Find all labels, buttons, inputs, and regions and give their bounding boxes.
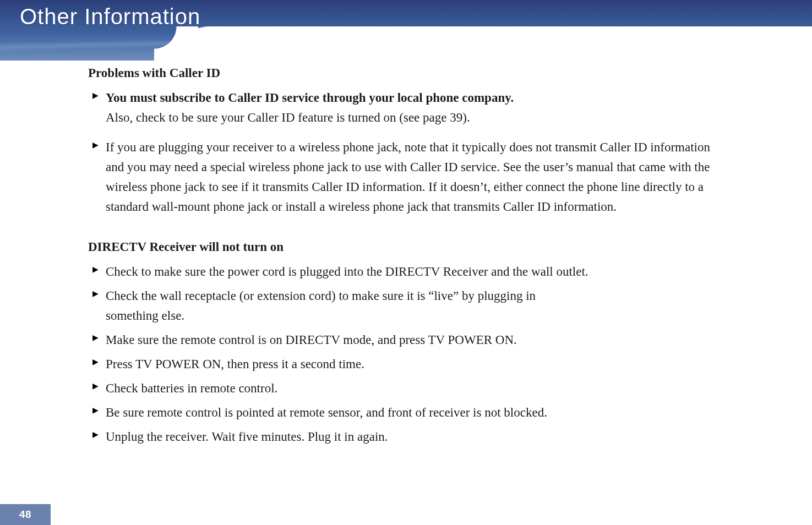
list-item-text: Check batteries in remote control. bbox=[106, 379, 727, 398]
list-item-body: Make sure the remote control is on DIREC… bbox=[106, 333, 517, 347]
list-item-text: Be sure remote control is pointed at rem… bbox=[106, 403, 727, 423]
list-item-text: Press TV POWER ON, then press it a secon… bbox=[106, 354, 727, 374]
list-item-body: Check to make sure the power cord is plu… bbox=[106, 265, 588, 278]
list-item: ▶Press TV POWER ON, then press it a seco… bbox=[92, 354, 727, 374]
triangle-right-icon: ▶ bbox=[92, 262, 106, 282]
triangle-right-icon: ▶ bbox=[92, 330, 106, 350]
list-item-body: Check batteries in remote control. bbox=[106, 381, 277, 395]
list-item-text: Make sure the remote control is on DIREC… bbox=[106, 330, 727, 350]
list-item-lead: You must subscribe to Caller ID service … bbox=[106, 91, 514, 105]
triangle-right-icon: ▶ bbox=[92, 427, 106, 447]
list-item: ▶You must subscribe to Caller ID service… bbox=[92, 88, 727, 128]
triangle-right-icon: ▶ bbox=[92, 403, 106, 423]
list-item-text: Check the wall receptacle (or extension … bbox=[106, 286, 590, 326]
page: Other Information Problems with Caller I… bbox=[0, 0, 812, 525]
page-title: Other Information bbox=[20, 4, 200, 29]
list-item-body: Check the wall receptacle (or extension … bbox=[106, 289, 536, 322]
list-item-body: Press TV POWER ON, then press it a secon… bbox=[106, 357, 364, 371]
triangle-right-icon: ▶ bbox=[92, 138, 106, 217]
list-item-text: Unplug the receiver. Wait five minutes. … bbox=[106, 427, 727, 447]
list-item-body: If you are plugging your receiver to a w… bbox=[106, 140, 710, 214]
section-title: Problems with Caller ID bbox=[88, 66, 727, 80]
list-item: ▶Check to make sure the power cord is pl… bbox=[92, 262, 727, 282]
page-number: 48 bbox=[0, 504, 51, 525]
section: Problems with Caller ID▶You must subscri… bbox=[88, 66, 727, 217]
list-item-body: Unplug the receiver. Wait five minutes. … bbox=[106, 430, 388, 444]
triangle-right-icon: ▶ bbox=[92, 286, 106, 326]
list-item-text: You must subscribe to Caller ID service … bbox=[106, 88, 727, 128]
list-item-body: Be sure remote control is pointed at rem… bbox=[106, 406, 547, 419]
list-item: ▶Check the wall receptacle (or extension… bbox=[92, 286, 727, 326]
list-item-text: Check to make sure the power cord is plu… bbox=[106, 262, 727, 282]
triangle-right-icon: ▶ bbox=[92, 354, 106, 374]
triangle-right-icon: ▶ bbox=[92, 379, 106, 398]
content-area: Problems with Caller ID▶You must subscri… bbox=[88, 66, 727, 470]
list-item: ▶Be sure remote control is pointed at re… bbox=[92, 403, 727, 423]
header-tab-cutout bbox=[176, 26, 812, 70]
section-title: DIRECTV Receiver will not turn on bbox=[88, 240, 727, 254]
list-item: ▶Make sure the remote control is on DIRE… bbox=[92, 330, 727, 350]
list-item-text: If you are plugging your receiver to a w… bbox=[106, 138, 727, 217]
list-item-body: Also, check to be sure your Caller ID fe… bbox=[106, 111, 470, 124]
triangle-right-icon: ▶ bbox=[92, 88, 106, 128]
list-item: ▶Unplug the receiver. Wait five minutes.… bbox=[92, 427, 727, 447]
list-item: ▶If you are plugging your receiver to a … bbox=[92, 138, 727, 217]
list-item: ▶Check batteries in remote control. bbox=[92, 379, 727, 398]
section: DIRECTV Receiver will not turn on▶Check … bbox=[88, 240, 727, 447]
